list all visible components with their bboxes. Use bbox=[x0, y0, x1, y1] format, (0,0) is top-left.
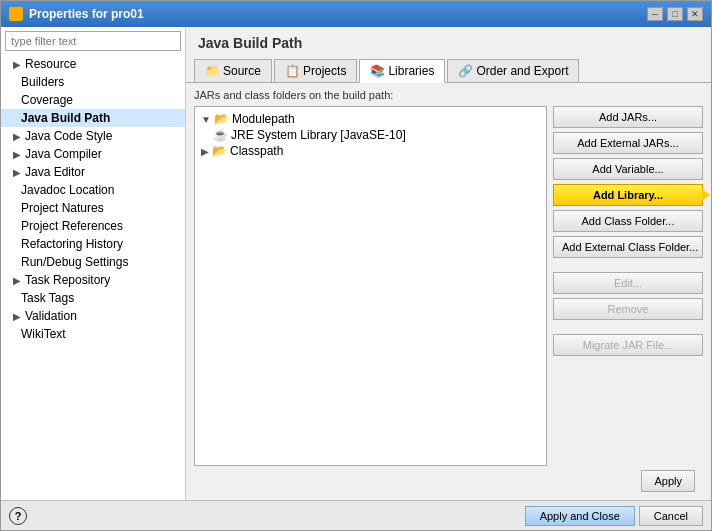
apply-and-close-button[interactable]: Apply and Close bbox=[525, 506, 635, 526]
expand-icon: ▶ bbox=[13, 59, 23, 70]
tab-source[interactable]: 📁 Source bbox=[194, 59, 272, 82]
cp-icon: 📂 bbox=[212, 144, 227, 158]
tab-projects-label: Projects bbox=[303, 64, 346, 78]
sidebar-item-run-debug[interactable]: Run/Debug Settings bbox=[1, 253, 185, 271]
sidebar: ▶ Resource Builders Coverage Java Build … bbox=[1, 27, 186, 500]
sidebar-item-label: Java Build Path bbox=[21, 111, 110, 125]
expand-icon: ▶ bbox=[13, 131, 23, 142]
add-jars-button[interactable]: Add JARs... bbox=[553, 106, 703, 128]
add-external-class-folder-button[interactable]: Add External Class Folder... bbox=[553, 236, 703, 258]
sidebar-item-label: Run/Debug Settings bbox=[21, 255, 128, 269]
projects-tab-icon: 📋 bbox=[285, 64, 299, 78]
help-button[interactable]: ? bbox=[9, 507, 27, 525]
footer-buttons: Apply and Close Cancel bbox=[525, 506, 703, 526]
sidebar-item-label: Java Code Style bbox=[25, 129, 112, 143]
right-panel: Java Build Path 📁 Source 📋 Projects 📚 Li… bbox=[186, 27, 711, 500]
remove-button[interactable]: Remove bbox=[553, 298, 703, 320]
panel-title: Java Build Path bbox=[186, 27, 711, 59]
expand-icon: ▶ bbox=[13, 311, 23, 322]
sidebar-item-label: Coverage bbox=[21, 93, 73, 107]
sidebar-item-java-code-style[interactable]: ▶ Java Code Style bbox=[1, 127, 185, 145]
sidebar-item-label: Task Tags bbox=[21, 291, 74, 305]
expand-icon: ▶ bbox=[201, 146, 209, 157]
bp-jre-system[interactable]: ☕ JRE System Library [JavaSE-10] bbox=[199, 127, 542, 143]
sidebar-item-task-tags[interactable]: Task Tags bbox=[1, 289, 185, 307]
expand-icon: ▶ bbox=[13, 275, 23, 286]
migrate-jar-button[interactable]: Migrate JAR File... bbox=[553, 334, 703, 356]
cancel-button[interactable]: Cancel bbox=[639, 506, 703, 526]
action-buttons: Add JARs... Add External JARs... Add Var… bbox=[553, 106, 703, 466]
sidebar-item-refactoring[interactable]: Refactoring History bbox=[1, 235, 185, 253]
sidebar-item-javadoc[interactable]: Javadoc Location bbox=[1, 181, 185, 199]
tabs-bar: 📁 Source 📋 Projects 📚 Libraries 🔗 Order … bbox=[186, 59, 711, 83]
apply-button[interactable]: Apply bbox=[641, 470, 695, 492]
sidebar-tree: ▶ Resource Builders Coverage Java Build … bbox=[1, 55, 185, 500]
sidebar-item-coverage[interactable]: Coverage bbox=[1, 91, 185, 109]
sidebar-item-label: WikiText bbox=[21, 327, 66, 341]
sidebar-item-validation[interactable]: ▶ Validation bbox=[1, 307, 185, 325]
order-tab-icon: 🔗 bbox=[458, 64, 472, 78]
sidebar-item-java-compiler[interactable]: ▶ Java Compiler bbox=[1, 145, 185, 163]
expand-icon: ▶ bbox=[13, 167, 23, 178]
sidebar-item-java-editor[interactable]: ▶ Java Editor bbox=[1, 163, 185, 181]
sidebar-item-task-repository[interactable]: ▶ Task Repository bbox=[1, 271, 185, 289]
expand-icon: ▶ bbox=[13, 149, 23, 160]
build-path-label: JARs and class folders on the build path… bbox=[194, 89, 703, 101]
source-tab-icon: 📁 bbox=[205, 64, 219, 78]
bp-modulepath-label: Modulepath bbox=[232, 112, 295, 126]
jar-icon: ☕ bbox=[213, 128, 228, 142]
add-variable-button[interactable]: Add Variable... bbox=[553, 158, 703, 180]
sidebar-item-project-natures[interactable]: Project Natures bbox=[1, 199, 185, 217]
sidebar-item-label: Java Compiler bbox=[25, 147, 102, 161]
sidebar-item-builders[interactable]: Builders bbox=[1, 73, 185, 91]
bp-jre-label: JRE System Library [JavaSE-10] bbox=[231, 128, 406, 142]
expand-icon: ▼ bbox=[201, 114, 211, 125]
build-path-tree[interactable]: ▼ 📂 Modulepath ☕ JRE System Library [Jav… bbox=[194, 106, 547, 466]
sidebar-item-label: Task Repository bbox=[25, 273, 110, 287]
tab-libraries[interactable]: 📚 Libraries bbox=[359, 59, 445, 83]
sidebar-item-label: Project Natures bbox=[21, 201, 104, 215]
edit-button[interactable]: Edit... bbox=[553, 272, 703, 294]
window-title: Properties for pro01 bbox=[29, 7, 144, 21]
maximize-button[interactable]: □ bbox=[667, 7, 683, 21]
tab-source-label: Source bbox=[223, 64, 261, 78]
sidebar-item-resource[interactable]: ▶ Resource bbox=[1, 55, 185, 73]
add-class-folder-button[interactable]: Add Class Folder... bbox=[553, 210, 703, 232]
sidebar-item-label: Validation bbox=[25, 309, 77, 323]
close-button[interactable]: ✕ bbox=[687, 7, 703, 21]
sidebar-item-label: Refactoring History bbox=[21, 237, 123, 251]
folder-icon: 📂 bbox=[214, 112, 229, 126]
sidebar-item-wikitext[interactable]: WikiText bbox=[1, 325, 185, 343]
panel-body: JARs and class folders on the build path… bbox=[186, 83, 711, 500]
window-icon bbox=[9, 7, 23, 21]
sidebar-item-label: Java Editor bbox=[25, 165, 85, 179]
tab-order-export[interactable]: 🔗 Order and Export bbox=[447, 59, 579, 82]
bp-classpath[interactable]: ▶ 📂 Classpath bbox=[199, 143, 542, 159]
libraries-tab-icon: 📚 bbox=[370, 64, 384, 78]
sidebar-item-label: Javadoc Location bbox=[21, 183, 114, 197]
window-controls: ─ □ ✕ bbox=[647, 7, 703, 21]
tab-order-label: Order and Export bbox=[476, 64, 568, 78]
minimize-button[interactable]: ─ bbox=[647, 7, 663, 21]
tab-projects[interactable]: 📋 Projects bbox=[274, 59, 357, 82]
apply-row: Apply bbox=[194, 466, 703, 494]
sidebar-item-label: Builders bbox=[21, 75, 64, 89]
title-bar: Properties for pro01 ─ □ ✕ bbox=[1, 1, 711, 27]
sidebar-item-label: Resource bbox=[25, 57, 76, 71]
filter-input[interactable] bbox=[5, 31, 181, 51]
sidebar-item-java-build-path[interactable]: Java Build Path bbox=[1, 109, 185, 127]
sidebar-item-label: Project References bbox=[21, 219, 123, 233]
add-library-button[interactable]: Add Library... bbox=[553, 184, 703, 206]
build-path-area: ▼ 📂 Modulepath ☕ JRE System Library [Jav… bbox=[194, 106, 703, 466]
footer: ? Apply and Close Cancel bbox=[1, 500, 711, 530]
add-external-jars-button[interactable]: Add External JARs... bbox=[553, 132, 703, 154]
bp-modulepath[interactable]: ▼ 📂 Modulepath bbox=[199, 111, 542, 127]
tab-libraries-label: Libraries bbox=[388, 64, 434, 78]
bp-classpath-label: Classpath bbox=[230, 144, 283, 158]
sidebar-item-project-references[interactable]: Project References bbox=[1, 217, 185, 235]
